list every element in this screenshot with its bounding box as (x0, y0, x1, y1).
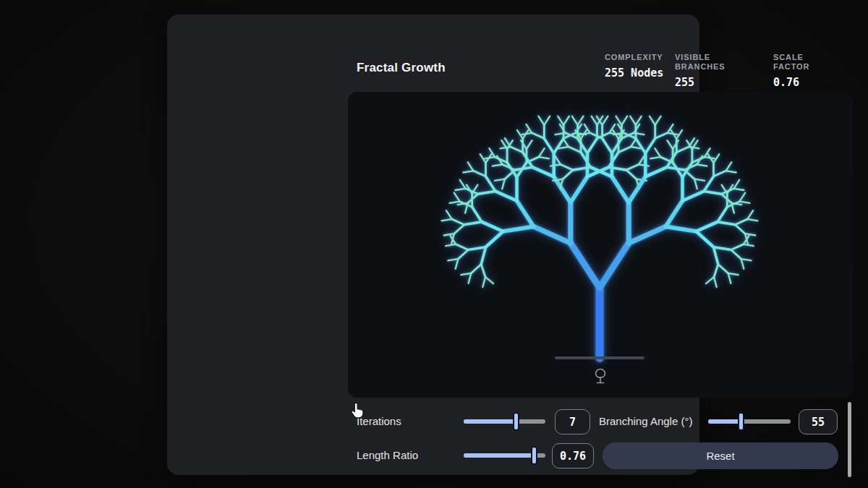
iterations-slider[interactable] (464, 412, 545, 431)
fractal-canvas (348, 92, 853, 398)
stat-scale-factor: SCALE FACTOR 0.76 (773, 53, 809, 89)
stat-scale-factor-label: SCALE FACTOR (773, 53, 809, 72)
branching-angle-slider-thumb[interactable] (738, 412, 744, 431)
stat-complexity: COMPLEXITY 255 Nodes (605, 53, 663, 80)
branching-angle-slider-fill (708, 419, 741, 424)
length-ratio-label: Length Ratio (357, 449, 418, 462)
branching-angle-label: Branching Angle (°) (599, 415, 692, 428)
length-ratio-slider[interactable] (464, 446, 545, 465)
controls-scrollbar[interactable] (848, 402, 851, 477)
stat-complexity-value: 255 Nodes (605, 67, 663, 80)
tree-icon (592, 367, 609, 388)
stat-complexity-label: COMPLEXITY (605, 53, 663, 62)
page-background: Fractal Growth COMPLEXITY 255 Nodes VISI… (0, 0, 868, 488)
length-ratio-slider-fill (464, 453, 535, 458)
stat-visible-branches: VISIBLE BRANCHES 255 (675, 53, 726, 89)
iterations-slider-fill (464, 419, 516, 424)
length-ratio-slider-thumb[interactable] (531, 446, 537, 465)
fractal-tree (348, 92, 853, 398)
iterations-value-box[interactable]: 7 (555, 409, 590, 435)
branching-angle-value-box[interactable]: 55 (799, 409, 838, 435)
stat-scale-factor-value: 0.76 (773, 76, 809, 89)
fractal-growth-panel: Fractal Growth COMPLEXITY 255 Nodes VISI… (167, 14, 699, 475)
page-title: Fractal Growth (357, 60, 446, 76)
stat-visible-branches-label: VISIBLE BRANCHES (675, 53, 726, 72)
iterations-slider-thumb[interactable] (513, 412, 519, 431)
length-ratio-value-box[interactable]: 0.76 (552, 443, 594, 468)
iterations-label: Iterations (357, 415, 401, 428)
stat-visible-branches-value: 255 (675, 76, 726, 89)
ground-line (555, 356, 644, 359)
reset-button[interactable]: Reset (603, 442, 838, 469)
branching-angle-slider[interactable] (708, 412, 791, 431)
